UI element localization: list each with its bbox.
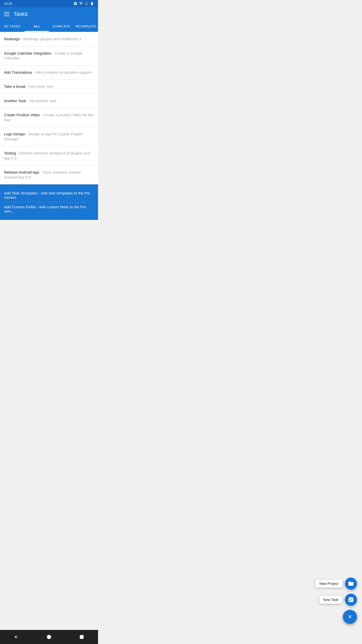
tabs-bar: MY TASKS ALL COMPLETE INCOMPLETE (0, 21, 98, 32)
task-item[interactable]: Create Product Video - Create a product … (0, 108, 98, 127)
task-list: Redesign - Redesign plugins and moderniz… (0, 32, 98, 184)
battery-icon (90, 2, 94, 6)
task-item[interactable]: Google Calendar Integration - Create a G… (0, 46, 98, 65)
task-item[interactable]: Release Android App - Once finalized, re… (0, 165, 98, 184)
app-bar: Tasks (0, 7, 98, 21)
hamburger-menu-icon[interactable] (4, 12, 10, 16)
task-item[interactable]: Take a break - Get some rest (0, 79, 98, 94)
app-title: Tasks (14, 11, 28, 17)
task-item[interactable]: Add Translations - Add complete localiza… (0, 65, 98, 80)
status-icons (73, 2, 94, 6)
status-bar: 10:25 (0, 0, 98, 7)
tab-complete[interactable]: COMPLETE (49, 21, 74, 32)
task-item[interactable]: Logo Design - Design a logo for Zephyr P… (0, 127, 98, 146)
blue-task-section: Add Task Templates - Add task templates … (0, 184, 98, 220)
settings-icon (73, 2, 77, 6)
blue-task-item[interactable]: Add Custom Fields - Add custom fields to… (4, 202, 94, 216)
signal-icon (84, 2, 88, 6)
wifi-icon (79, 2, 83, 6)
task-item[interactable]: Another Task - Yet another task (0, 94, 98, 108)
tab-incomplete[interactable]: INCOMPLETE (74, 21, 98, 32)
task-item[interactable]: Testing - Perform intensive testing of a… (0, 146, 98, 165)
blue-task-item[interactable]: Add Task Templates - Add task templates … (4, 188, 94, 202)
tab-my-tasks[interactable]: MY TASKS (0, 21, 25, 32)
tab-all[interactable]: ALL (25, 21, 49, 32)
status-time: 10:25 (4, 2, 12, 6)
task-item[interactable]: Redesign - Redesign plugins and moderniz… (0, 32, 98, 46)
